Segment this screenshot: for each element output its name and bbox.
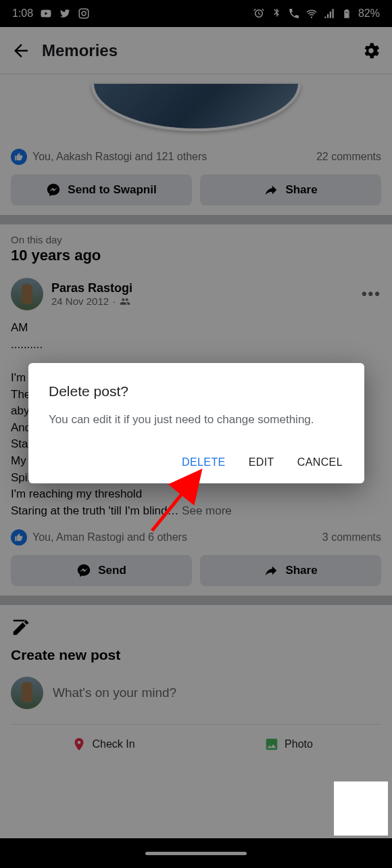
edit-button[interactable]: EDIT [247,452,276,473]
overlay-square [334,781,388,836]
delete-button[interactable]: DELETE [180,452,227,473]
dialog-body: You can edit it if you just need to chan… [49,412,344,428]
delete-post-dialog: Delete post? You can edit it if you just… [28,363,364,483]
cancel-button[interactable]: CANCEL [296,452,344,473]
dialog-title: Delete post? [49,383,344,400]
